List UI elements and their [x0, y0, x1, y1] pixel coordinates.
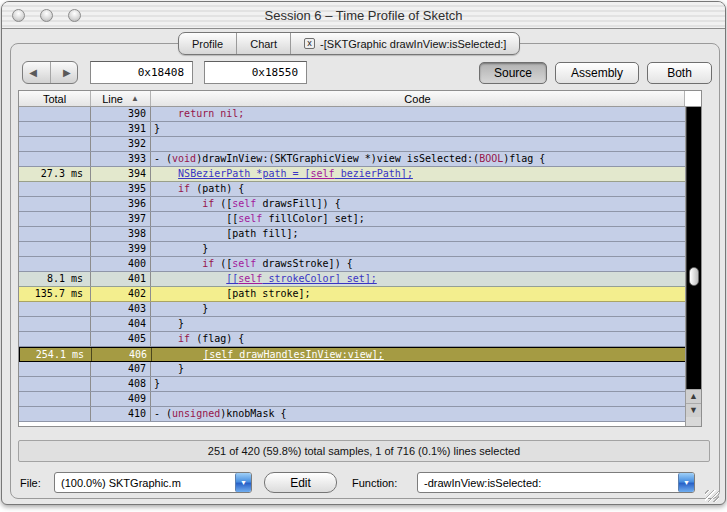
- profiler-window: Session 6 – Time Profile of Sketch Profi…: [1, 1, 726, 505]
- table-row[interactable]: 254.1 ms406 [self drawHandlesInView:view…: [19, 347, 687, 362]
- table-row[interactable]: 410- (unsigned)knobMask {: [19, 407, 687, 422]
- code-cell: if ([self drawsFill]) {: [151, 197, 687, 211]
- scroll-up-icon[interactable]: ▲: [686, 389, 701, 403]
- button-label: Source: [494, 66, 532, 80]
- resize-grip-icon[interactable]: [705, 490, 719, 502]
- table-row[interactable]: 27.3 ms394 NSBezierPath *path = [self be…: [19, 167, 687, 182]
- code-cell: - (unsigned)knobMask {: [151, 407, 687, 421]
- popup-arrow-icon: ▼: [678, 473, 694, 492]
- table-row[interactable]: 403 }: [19, 302, 687, 317]
- code-segment: (flag) {: [190, 333, 244, 344]
- code-cell: }: [151, 362, 687, 376]
- code-segment: }: [154, 363, 184, 374]
- table-row[interactable]: 390 return nil;: [19, 107, 687, 122]
- scrollbar-track[interactable]: [686, 107, 701, 389]
- code-segment: [[: [226, 273, 238, 284]
- nav-divider: [50, 62, 51, 83]
- code-segment: [155, 349, 203, 360]
- table-row[interactable]: 404 }: [19, 317, 687, 332]
- address-end-field[interactable]: [204, 61, 307, 84]
- tab-bar: Profile Chart x -[SKTGraphic drawInView:…: [178, 32, 520, 55]
- line-number-cell: 400: [91, 257, 151, 271]
- table-row[interactable]: 409: [19, 392, 687, 407]
- edit-button[interactable]: Edit: [264, 472, 337, 493]
- scrollbar-thumb[interactable]: [689, 267, 699, 286]
- line-number-cell: 404: [91, 317, 151, 331]
- line-number-cell: 399: [91, 242, 151, 256]
- line-number-cell: 403: [91, 302, 151, 316]
- both-view-button[interactable]: Both: [647, 62, 712, 84]
- table-row[interactable]: 397 [[self fillColor] set];: [19, 212, 687, 227]
- line-number-cell: 397: [91, 212, 151, 226]
- total-cell: [19, 212, 91, 226]
- column-label: Total: [43, 93, 66, 105]
- source-view-button[interactable]: Source: [479, 62, 547, 84]
- code-segment: self: [232, 198, 256, 209]
- code-cell: }: [151, 302, 687, 316]
- code-cell: }: [151, 317, 687, 331]
- address-start-field[interactable]: [90, 61, 193, 84]
- column-header-line[interactable]: Line ▲: [91, 91, 151, 106]
- code-cell: [path stroke];: [151, 287, 687, 301]
- table-row[interactable]: 407 }: [19, 362, 687, 377]
- table-row[interactable]: 135.7 ms402 [path stroke];: [19, 287, 687, 302]
- code-segment: self: [311, 168, 335, 179]
- sort-ascending-icon: ▲: [131, 94, 139, 103]
- code-segment: - (: [154, 408, 172, 419]
- table-row[interactable]: 399 }: [19, 242, 687, 257]
- line-number-cell: 402: [91, 287, 151, 301]
- line-number-cell: 393: [91, 152, 151, 166]
- file-label: File:: [20, 477, 41, 489]
- code-cell: [path fill];: [151, 227, 687, 241]
- total-cell: 27.3 ms: [19, 167, 91, 181]
- column-label: Code: [404, 93, 430, 105]
- column-header-code[interactable]: Code: [151, 91, 685, 106]
- line-number-cell: 408: [91, 377, 151, 391]
- code-segment: strokeColor] set];: [262, 273, 376, 284]
- code-cell: [151, 392, 687, 406]
- line-number-cell: 405: [91, 332, 151, 346]
- total-cell: [19, 317, 91, 331]
- table-row[interactable]: 8.1 ms401 [[self strokeColor] set];: [19, 272, 687, 287]
- title-bar[interactable]: Session 6 – Time Profile of Sketch: [2, 2, 725, 29]
- code-segment: self: [238, 213, 262, 224]
- table-row[interactable]: 393- (void)drawInView:(SKTGraphicView *)…: [19, 152, 687, 167]
- table-row[interactable]: 405 if (flag) {: [19, 332, 687, 347]
- table-row[interactable]: 392: [19, 137, 687, 152]
- assembly-view-button[interactable]: Assembly: [555, 62, 639, 84]
- code-segment: (path) {: [190, 183, 244, 194]
- code-segment: - (: [154, 153, 172, 164]
- forward-arrow-icon[interactable]: ▶: [63, 68, 71, 78]
- code-segment: [154, 198, 202, 209]
- total-cell: [19, 362, 91, 376]
- code-segment: }: [154, 123, 160, 134]
- tab-profile[interactable]: Profile: [179, 33, 237, 54]
- code-cell: if (flag) {: [151, 332, 687, 346]
- code-segment: self: [232, 258, 256, 269]
- tab-function-browser[interactable]: x -[SKTGraphic drawInView:isSelected:]: [291, 33, 519, 54]
- line-number-cell: 396: [91, 197, 151, 211]
- scroll-down-icon[interactable]: ▼: [686, 403, 701, 417]
- function-popup[interactable]: -drawInView:isSelected: ▼: [417, 472, 695, 493]
- line-number-cell: 401: [91, 272, 151, 286]
- status-text: 251 of 420 (59.8%) total samples, 1 of 7…: [208, 445, 520, 457]
- total-cell: 135.7 ms: [19, 287, 91, 301]
- line-number-cell: 410: [91, 407, 151, 421]
- tab-chart[interactable]: Chart: [237, 33, 291, 54]
- code-segment: }: [154, 243, 208, 254]
- table-row[interactable]: 395 if (path) {: [19, 182, 687, 197]
- file-popup[interactable]: (100.0%) SKTGraphic.m ▼: [54, 472, 252, 493]
- table-row[interactable]: 398 [path fill];: [19, 227, 687, 242]
- total-cell: [19, 377, 91, 391]
- close-tab-icon[interactable]: x: [304, 38, 315, 49]
- total-cell: [19, 197, 91, 211]
- back-arrow-icon[interactable]: ◀: [29, 68, 37, 78]
- code-segment: }: [154, 378, 160, 389]
- table-row[interactable]: 400 if ([self drawsStroke]) {: [19, 257, 687, 272]
- table-row[interactable]: 396 if ([self drawsFill]) {: [19, 197, 687, 212]
- scrollbar[interactable]: ▲ ▼: [685, 107, 701, 427]
- table-row[interactable]: 408}: [19, 377, 687, 392]
- column-header-total[interactable]: Total: [19, 91, 91, 106]
- total-cell: 8.1 ms: [19, 272, 91, 286]
- table-row[interactable]: 391}: [19, 122, 687, 137]
